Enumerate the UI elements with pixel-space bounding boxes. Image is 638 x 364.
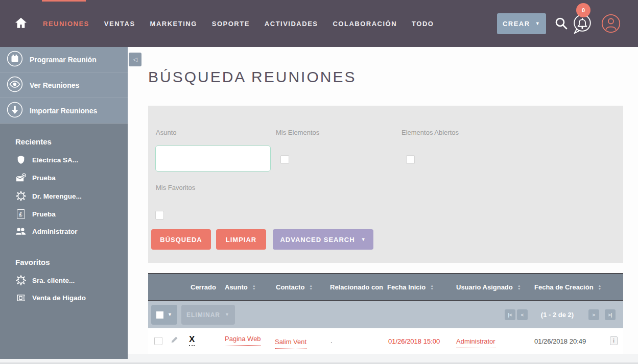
recent-item-prueba-quote[interactable]: £ Prueba (0, 205, 128, 223)
column-label: Fecha Inicio (387, 283, 426, 291)
sidebar-action-label: Programar Reunión (30, 56, 97, 64)
sidebar-action-importar-reuniones[interactable]: Importar Reuniones (0, 98, 128, 124)
search-panel: Asunto Mis Elementos Elementos Abiertos … (148, 106, 623, 263)
asunto-input[interactable] (155, 145, 271, 172)
shield-icon (15, 155, 26, 165)
column-header-fecha-de-creacion[interactable]: Fecha de Creación ▲▼ (534, 274, 602, 300)
row-contacto-link[interactable]: Salim Vent (275, 338, 306, 349)
sidebar-action-ver-reuniones[interactable]: Ver Reuniones (0, 72, 128, 98)
column-header-fecha-inicio[interactable]: Fecha Inicio ▲▼ (387, 274, 434, 300)
edit-button[interactable] (171, 336, 178, 345)
column-label: Cerrado (191, 283, 216, 291)
favorite-item-label: Sra. cliente... (32, 277, 75, 284)
pagination-next-button[interactable]: > (588, 309, 599, 320)
column-header-usuario-asignado[interactable]: Usuario Asignado ▲▼ (456, 274, 521, 300)
recent-section-title: Recientes (15, 137, 128, 146)
recent-item-label: Dr. Merengue... (32, 192, 82, 200)
row-checkbox[interactable] (154, 337, 162, 345)
column-label: Usuario Asignado (456, 283, 513, 291)
calendar-icon (7, 51, 23, 69)
column-label: Asunto (225, 283, 248, 291)
recent-item-electrica[interactable]: Eléctrica SA... (0, 151, 128, 169)
row-info-icon[interactable]: i (610, 336, 618, 345)
pound-icon: £ (15, 209, 26, 219)
main-content: BÚSQUEDA REUNIONES Asunto Mis Elementos … (128, 47, 638, 354)
nav-ventas[interactable]: VENTAS (104, 20, 135, 28)
pagination-prev-button[interactable]: < (517, 309, 528, 320)
column-header-asunto[interactable]: Asunto ▲▼ (225, 274, 256, 300)
ticket-icon (15, 294, 26, 302)
eliminar-button[interactable]: ELIMINAR ▼ (181, 305, 235, 325)
sort-icon: ▲▼ (517, 284, 521, 290)
elementos-abiertos-checkbox[interactable] (406, 155, 415, 164)
mis-favoritos-label: Mis Favoritos (156, 184, 195, 191)
profile-button[interactable] (601, 14, 621, 33)
favorite-item-sra-cliente[interactable]: Sra. cliente... (0, 271, 128, 289)
pencil-icon (171, 337, 178, 345)
pagination-first-button[interactable]: |< (505, 309, 515, 320)
favorite-item-venta-de-higado[interactable]: Venta de Higado (0, 289, 128, 306)
nav-soporte[interactable]: SOPORTE (212, 20, 250, 28)
pagination-label: (1 - 2 de 2) (529, 301, 586, 328)
user-avatar-icon (601, 27, 621, 35)
collapse-left-icon: ◁ (133, 56, 137, 63)
home-button[interactable] (14, 16, 28, 30)
sort-icon: ▲▼ (309, 284, 313, 290)
sort-icon: ▲▼ (430, 284, 434, 290)
main-nav: REUNIONES VENTAS MARKETING SOPORTE ACTIV… (43, 0, 434, 47)
sidebar-action-programar-reunion[interactable]: Programar Reunión (0, 47, 128, 72)
top-navbar: REUNIONES VENTAS MARKETING SOPORTE ACTIV… (0, 0, 638, 47)
page-title: BÚSQUEDA REUNIONES (148, 68, 356, 86)
nav-actividades[interactable]: ACTIVIDADES (265, 20, 318, 28)
recent-item-prueba-email[interactable]: Prueba (0, 169, 128, 187)
recent-item-label: Eléctrica SA... (32, 156, 78, 164)
recent-item-dr-merengue[interactable]: Dr. Merengue... (0, 187, 128, 205)
row-usuario-asignado-link[interactable]: Administrator (456, 337, 495, 348)
mis-elementos-label: Mis Elementos (276, 129, 319, 136)
sidebar: Programar Reunión Ver Reuniones Importar… (0, 47, 128, 359)
row-fecha-inicio-value: 01/26/2018 15:00 (388, 337, 440, 345)
nav-colaboracion[interactable]: COLABORACIÓN (333, 20, 397, 28)
sidebar-collapse-button[interactable]: ◁ (129, 53, 141, 66)
crear-button-label: CREAR (503, 20, 530, 28)
close-meeting-link[interactable]: X (189, 335, 195, 346)
busqueda-button[interactable]: BÚSQUEDA (151, 229, 211, 250)
caret-down-icon: ▼ (361, 237, 366, 242)
table-header: Cerrado Asunto ▲▼ Contacto ▲▼ Relacionad… (148, 273, 623, 301)
recent-item-label: Prueba (32, 174, 56, 182)
column-label: Relacionado con (330, 283, 383, 291)
caret-down-icon: ▼ (168, 312, 172, 317)
limpiar-button[interactable]: LIMPIAR (216, 229, 266, 250)
recent-item-label: Prueba (32, 210, 56, 218)
notification-bubble-bell-icon (570, 28, 594, 37)
nav-todo[interactable]: TODO (412, 20, 434, 28)
sidebar-action-label: Ver Reuniones (30, 81, 79, 89)
pagination-last-button[interactable]: >| (605, 309, 616, 320)
nav-marketing[interactable]: MARKETING (150, 20, 197, 28)
eliminar-label: ELIMINAR (186, 311, 220, 319)
sort-icon: ▲▼ (252, 284, 256, 290)
notification-count-badge: 0 (576, 3, 590, 17)
import-icon (7, 102, 23, 120)
advanced-search-button[interactable]: ADVANCED SEARCH ▼ (273, 229, 373, 250)
crear-button[interactable]: CREAR ▼ (497, 13, 546, 34)
favorites-list: Sra. cliente... Venta de Higado (0, 271, 128, 306)
bulk-action-row: ▼ ELIMINAR ▼ |< < (1 - 2 de 2) > >| (148, 301, 623, 328)
nav-reuniones[interactable]: REUNIONES (43, 20, 89, 28)
search-icon (554, 25, 569, 33)
select-all-checkbox-icon (156, 311, 163, 319)
select-all-button[interactable]: ▼ (151, 305, 177, 325)
caret-down-icon: ▼ (535, 21, 540, 26)
mis-favoritos-checkbox[interactable] (155, 211, 164, 220)
notifications-button[interactable]: 0 (570, 12, 594, 35)
row-asunto-link[interactable]: Pagina Web (225, 335, 261, 346)
recent-item-administrator[interactable]: Administrator (0, 223, 128, 239)
results-table: Cerrado Asunto ▲▼ Contacto ▲▼ Relacionad… (148, 273, 623, 354)
mis-elementos-checkbox[interactable] (280, 155, 289, 164)
pound-glyph: £ (17, 209, 25, 219)
caret-down-icon: ▼ (225, 312, 230, 317)
table-row: X Pagina Web Salim Vent . 01/26/2018 15:… (148, 328, 623, 354)
sidebar-action-label: Importar Reuniones (30, 107, 97, 115)
column-header-contacto[interactable]: Contacto ▲▼ (276, 274, 313, 300)
global-search-button[interactable] (553, 16, 570, 32)
